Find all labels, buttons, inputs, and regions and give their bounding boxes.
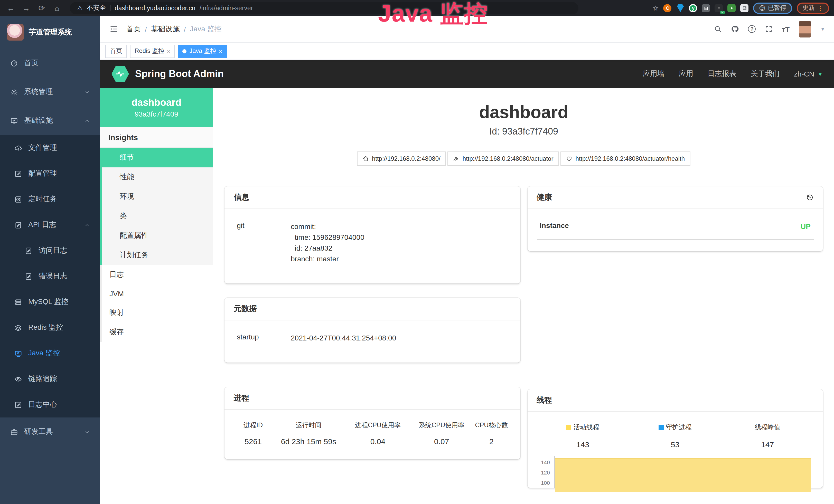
active-tag-dot [183, 49, 187, 53]
ytick-140: 140 [541, 459, 550, 465]
sba-nav-wallboard[interactable]: 应用墙 [643, 69, 664, 78]
menu-item-caches[interactable]: 缓存 [102, 322, 213, 342]
sidebar-item-redis[interactable]: Redis 监控 [0, 315, 100, 340]
user-menu-caret-icon[interactable]: ▼ [820, 26, 825, 31]
heart-icon [566, 156, 572, 162]
help-icon[interactable]: ? [748, 25, 756, 33]
extension-icon-5[interactable]: ≡on [715, 4, 723, 12]
sba-nav-journal[interactable]: 日志报表 [708, 69, 737, 78]
collapse-sidebar-icon[interactable] [109, 25, 118, 33]
extension-icon-6[interactable]: ✦ [728, 4, 736, 12]
git-row: git commit: time: 1596289704000 id: 27aa… [234, 217, 511, 272]
fullscreen-icon[interactable] [765, 25, 773, 33]
menu-item-metrics[interactable]: 性能 [102, 167, 213, 187]
breadcrumb-home[interactable]: 首页 [126, 24, 141, 33]
url-path: /infra/admin-server [200, 4, 253, 12]
history-icon[interactable] [806, 193, 814, 201]
health-card-title: 健康 [536, 192, 552, 202]
paused-badge[interactable]: 😊已暂停 [753, 2, 792, 14]
github-icon[interactable] [731, 25, 739, 33]
app-logo [7, 24, 24, 41]
menu-item-jvm[interactable]: JVM [102, 284, 213, 303]
bookmark-star-icon[interactable]: ☆ [652, 4, 659, 12]
close-icon[interactable]: × [219, 48, 222, 54]
startup-value: 2021-04-27T00:44:31.254+08:00 [291, 333, 508, 344]
tag-java-monitor[interactable]: Java 监控 × [178, 44, 227, 58]
sba-nav-about[interactable]: 关于我们 [751, 69, 780, 78]
process-card: 进程 进程ID 运行时间 进程CPU使用率 系统CPU使用率 CPU核心数 52… [224, 387, 520, 459]
instance-sidebar: dashboard 93a3fc7f7409 Insights 细节 性能 环境… [100, 88, 213, 504]
sidebar-item-config[interactable]: 配置管理 [0, 161, 100, 186]
ytick-100: 100 [541, 480, 550, 486]
tags-view: 首页 Redis 监控 × Java 监控 × [100, 43, 834, 60]
update-button[interactable]: 更新⋮ [797, 2, 829, 14]
chevron-down-icon [84, 429, 90, 435]
sidebar-item-access-log[interactable]: 访问日志 [0, 238, 100, 264]
health-url-link[interactable]: http://192.168.0.2:48080/actuator/health [561, 152, 690, 166]
forward-icon[interactable]: → [21, 4, 32, 12]
extension-icon-2[interactable] [676, 4, 684, 12]
insights-menu: 细节 性能 环境 类 配置属性 计划任务 [100, 148, 213, 265]
annotation-java-monitor: Java 监控 [378, 0, 488, 30]
menu-item-scheduled-tasks[interactable]: 计划任务 [102, 246, 213, 265]
locale-select[interactable]: zh-CN ▼ [794, 70, 823, 78]
sba-brand[interactable]: Spring Boot Admin [135, 68, 224, 79]
avatar[interactable] [799, 21, 811, 37]
search-icon[interactable] [714, 25, 722, 33]
sidebar-item-error-log[interactable]: 错误日志 [0, 264, 100, 289]
sidebar-item-devtools[interactable]: 研发工具 [0, 417, 100, 446]
breadcrumb-infra[interactable]: 基础设施 [151, 24, 180, 33]
browser-menu-icon[interactable]: ⋮ [817, 4, 824, 12]
edit-icon [14, 401, 22, 409]
font-size-icon[interactable]: TT [782, 25, 790, 33]
sidebar-item-system[interactable]: 系统管理 [0, 77, 100, 106]
chevron-down-icon [84, 89, 90, 95]
close-icon[interactable]: × [167, 48, 170, 54]
metadata-card: 元数据 startup 2021-04-27T00:44:31.254+08:0… [224, 298, 520, 363]
menu-item-config-props[interactable]: 配置属性 [102, 226, 213, 246]
extension-icon-3[interactable]: y [689, 4, 697, 12]
back-icon[interactable]: ← [5, 4, 17, 12]
layers-icon [14, 324, 22, 331]
chevron-up-icon [84, 222, 90, 228]
security-warning-label[interactable]: 不安全 [87, 4, 106, 12]
instance-health-row[interactable]: Instance UP [536, 217, 814, 240]
sidebar-item-files[interactable]: 文件管理 [0, 135, 100, 161]
menu-item-classes[interactable]: 类 [102, 206, 213, 226]
tag-home[interactable]: 首页 [105, 44, 127, 58]
url-host: dashboard.yudao.iocoder.cn [115, 4, 195, 12]
actuator-url-link[interactable]: http://192.168.0.2:48080/actuator [448, 152, 559, 166]
tag-redis-monitor[interactable]: Redis 监控 × [130, 44, 175, 58]
reload-icon[interactable]: ⟳ [36, 3, 47, 13]
address-bar[interactable]: ⚠ 不安全 dashboard.yudao.iocoder.cn/infra/a… [70, 2, 578, 14]
spring-boot-admin-logo [111, 65, 129, 83]
legend-daemon-threads: 守护进程 [629, 423, 722, 432]
instance-header[interactable]: dashboard 93a3fc7f7409 [100, 88, 213, 127]
yellow-swatch-icon [566, 425, 571, 430]
clock-icon [14, 196, 22, 203]
menu-item-environment[interactable]: 环境 [102, 187, 213, 206]
sidebar-item-java-monitor[interactable]: Java 监控 [0, 340, 100, 366]
chevron-up-icon [84, 118, 90, 123]
extension-puzzle-icon[interactable]: ⚄ [741, 4, 749, 12]
sidebar-item-tracing[interactable]: 链路追踪 [0, 366, 100, 392]
cloud-upload-icon [14, 144, 22, 152]
menu-item-mappings[interactable]: 映射 [102, 303, 213, 322]
extension-icon-4[interactable]: ⊞ [702, 4, 710, 12]
sba-nav-applications[interactable]: 应用 [679, 69, 693, 78]
sidebar-item-infra[interactable]: 基础设施 [0, 106, 100, 135]
metadata-card-title: 元数据 [234, 304, 257, 314]
sidebar-item-home[interactable]: 首页 [0, 49, 100, 77]
menu-item-logs[interactable]: 日志 [102, 265, 213, 284]
home-icon[interactable]: ⌂ [51, 4, 63, 12]
menu-item-details[interactable]: 细节 [102, 148, 213, 167]
sidebar-item-mysql[interactable]: MySQL 监控 [0, 289, 100, 315]
security-warning-icon[interactable]: ⚠ [77, 4, 83, 12]
sidebar-item-api-log[interactable]: API 日志 [0, 212, 100, 238]
extension-icon-1[interactable]: C [663, 4, 672, 12]
service-url-link[interactable]: http://192.168.0.2:48080/ [357, 152, 446, 166]
sidebar-item-jobs[interactable]: 定时任务 [0, 186, 100, 212]
sidebar-item-log-center[interactable]: 日志中心 [0, 392, 100, 417]
infra-submenu: 文件管理 配置管理 定时任务 API 日志 访问日志 [0, 135, 100, 417]
startup-label: startup [237, 333, 291, 344]
